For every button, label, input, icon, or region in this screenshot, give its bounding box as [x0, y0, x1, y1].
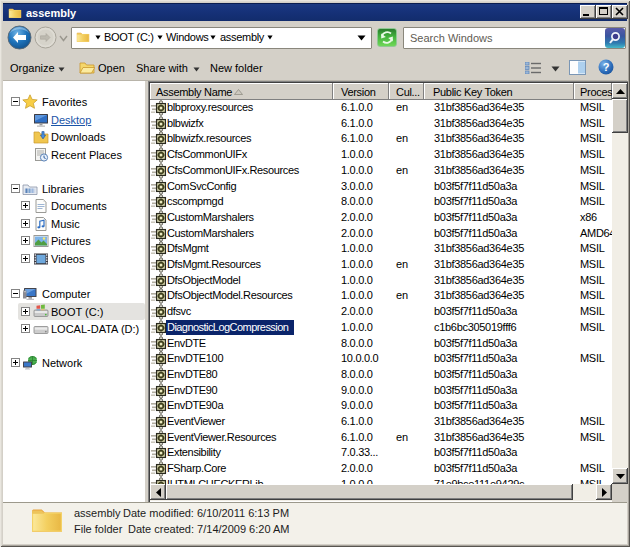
svg-text:?: ? — [603, 61, 610, 73]
